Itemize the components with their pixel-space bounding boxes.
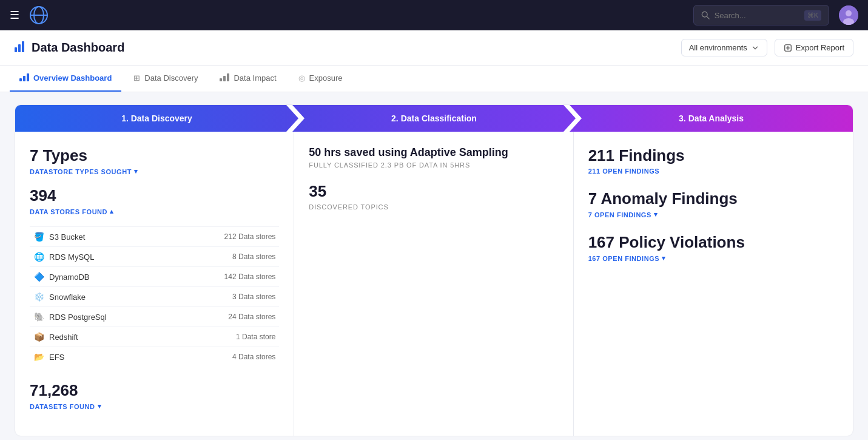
store-row-dynamodb: 🔷 DynamoDB 142 Data stores xyxy=(30,266,279,286)
logo-icon xyxy=(29,5,49,25)
tab-icon-discovery: ⊞ xyxy=(133,73,140,83)
datasets-link[interactable]: DATASETS FOUND xyxy=(30,402,279,410)
anomaly-chevron-down xyxy=(654,211,658,218)
data-store-list: 🪣 S3 Bucket 212 Data stores 🌐 RDS MySQL … xyxy=(30,226,279,367)
tab-data-impact[interactable]: Data Impact xyxy=(210,66,286,92)
store-row-redshift: 📦 Redshift 1 Data store xyxy=(30,327,279,347)
env-selector[interactable]: All environments xyxy=(681,39,767,56)
adaptive-sampling-title: 50 hrs saved using Adaptive Sampling xyxy=(309,146,558,159)
tab-exposure[interactable]: ◎ Exposure xyxy=(289,66,352,92)
postgres-count: 24 Data stores xyxy=(228,313,275,321)
page-header-icon xyxy=(15,41,24,55)
export-report-button[interactable]: Export Report xyxy=(775,39,853,56)
tab-overview-dashboard[interactable]: Overview Dashboard xyxy=(10,66,121,92)
search-input[interactable] xyxy=(715,11,799,20)
hamburger-menu[interactable]: ☰ xyxy=(10,8,19,22)
tab-icon-overview xyxy=(19,73,29,83)
snowflake-count: 3 Data stores xyxy=(232,293,275,301)
mysql-icon: 🌐 xyxy=(33,252,44,262)
mysql-count: 8 Data stores xyxy=(232,252,275,261)
tab-icon-impact xyxy=(220,73,229,83)
findings-open-link[interactable]: 211 OPEN FINDINGS xyxy=(588,168,838,175)
redshift-icon: 📦 xyxy=(33,332,44,342)
col-data-analysis: 211 Findings 211 OPEN FINDINGS 7 Anomaly… xyxy=(574,132,853,436)
policy-section: 167 Policy Violations 167 OPEN FINDINGS xyxy=(588,233,838,262)
topics-label: DISCOVERED TOPICS xyxy=(309,203,558,211)
findings-section: 211 Findings 211 OPEN FINDINGS xyxy=(588,146,838,175)
dynamodb-icon: 🔷 xyxy=(33,272,44,282)
page-title: Data Dashboard xyxy=(32,41,674,55)
nav-logo xyxy=(29,5,49,25)
svg-line-4 xyxy=(707,16,709,19)
store-row-efs: 📂 EFS 4 Data stores xyxy=(30,347,279,367)
snowflake-icon: ❄️ xyxy=(33,292,44,302)
chevron-down-icon xyxy=(751,44,759,52)
mysql-label: RDS MySQL xyxy=(49,252,94,262)
tab-data-discovery[interactable]: ⊞ Data Discovery xyxy=(124,66,207,92)
top-nav: ☰ ⌘K xyxy=(0,0,868,30)
types-chevron-down xyxy=(134,168,138,175)
pipeline-step-2[interactable]: 2. Data Classification xyxy=(292,105,576,132)
store-row-postgres: 🐘 RDS PostgreSql 24 Data stores xyxy=(30,306,279,327)
anomaly-title: 7 Anomaly Findings xyxy=(588,189,838,208)
efs-icon: 📂 xyxy=(33,352,44,362)
store-row-snowflake: ❄️ Snowflake 3 Data stores xyxy=(30,286,279,306)
avatar[interactable] xyxy=(839,5,858,25)
types-count: 7 Types xyxy=(30,146,279,165)
pipeline-steps: 1. Data Discovery 2. Data Classification… xyxy=(15,105,853,132)
efs-count: 4 Data stores xyxy=(232,353,275,361)
search-box[interactable]: ⌘K xyxy=(693,5,829,25)
data-stores-link[interactable]: DATA STORES FOUND xyxy=(30,208,279,215)
datasets-count: 71,268 xyxy=(30,381,279,400)
redshift-count: 1 Data store xyxy=(236,333,275,341)
datastore-types-link[interactable]: DATASTORE TYPES SOUGHT xyxy=(30,168,279,175)
postgres-label: RDS PostgreSql xyxy=(49,313,107,322)
anomaly-section: 7 Anomaly Findings 7 OPEN FINDINGS xyxy=(588,189,838,218)
col-data-discovery: 7 Types DATASTORE TYPES SOUGHT 394 DATA … xyxy=(15,132,294,436)
s3-icon: 🪣 xyxy=(33,232,44,242)
dynamodb-label: DynamoDB xyxy=(49,272,89,282)
topics-count: 35 xyxy=(309,182,558,201)
s3-count: 212 Data stores xyxy=(224,232,276,241)
pipeline-step-1[interactable]: 1. Data Discovery xyxy=(15,105,298,132)
snowflake-label: Snowflake xyxy=(49,293,86,302)
policy-title: 167 Policy Violations xyxy=(588,233,838,252)
search-shortcut: ⌘K xyxy=(804,10,821,21)
stores-count: 394 xyxy=(30,186,279,205)
s3-label: S3 Bucket xyxy=(49,232,85,242)
findings-count: 211 Findings xyxy=(588,146,838,165)
policy-open-link[interactable]: 167 OPEN FINDINGS xyxy=(588,254,838,262)
anomaly-open-link[interactable]: 7 OPEN FINDINGS xyxy=(588,211,838,218)
main-content: 1. Data Discovery 2. Data Classification… xyxy=(0,92,868,440)
pipeline-step-3[interactable]: 3. Data Analysis xyxy=(570,105,853,132)
store-row-s3: 🪣 S3 Bucket 212 Data stores xyxy=(30,226,279,246)
col-data-classification: 50 hrs saved using Adaptive Sampling FUL… xyxy=(294,132,573,436)
postgres-icon: 🐘 xyxy=(33,312,44,322)
dynamodb-count: 142 Data stores xyxy=(224,272,276,281)
search-icon xyxy=(701,11,710,19)
datasets-chevron-down xyxy=(98,402,102,410)
store-row-rds-mysql: 🌐 RDS MySQL 8 Data stores xyxy=(30,246,279,266)
tab-icon-exposure: ◎ xyxy=(298,73,305,83)
page-header: Data Dashboard All environments Export R… xyxy=(0,30,868,66)
redshift-label: Redshift xyxy=(49,333,78,342)
policy-chevron-down xyxy=(662,254,666,262)
dashboard-grid: 7 Types DATASTORE TYPES SOUGHT 394 DATA … xyxy=(15,132,853,436)
tabs-bar: Overview Dashboard ⊞ Data Discovery Data… xyxy=(0,66,868,92)
svg-point-6 xyxy=(846,10,852,16)
dashboard-card: 1. Data Discovery 2. Data Classification… xyxy=(15,104,853,436)
export-icon xyxy=(784,44,792,52)
efs-label: EFS xyxy=(49,353,64,362)
stores-chevron-up xyxy=(110,208,114,215)
adaptive-sampling-sub: FULLY CLASSIFIED 2.3 PB OF DATA IN 5HRS xyxy=(309,161,558,169)
